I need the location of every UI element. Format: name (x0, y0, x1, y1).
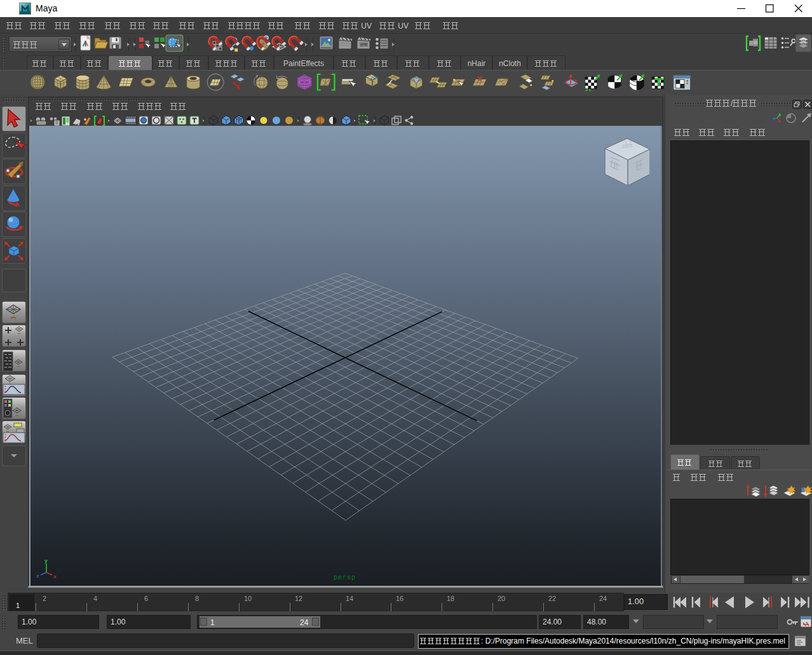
svg-text:IPR: IPR (360, 43, 368, 47)
svg-text:x: x (53, 574, 57, 579)
svg-text:y: y (44, 558, 48, 564)
svg-text:z: z (36, 573, 39, 579)
